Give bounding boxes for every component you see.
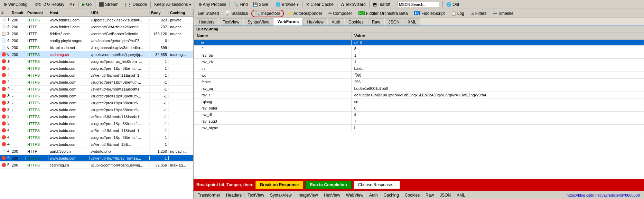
inspectors-button[interactable]: 🔍 Inspectors xyxy=(251,10,283,17)
clear-cache-button[interactable]: ✕ Clear Cache xyxy=(304,1,336,8)
autoresponder-button[interactable]: ⚡ AutoResponder xyxy=(284,10,325,17)
table-row[interactable]: rsv_btype i xyxy=(194,125,644,131)
session-row[interactable]: 🔴 52 200 HTTPS csdnimg.cn /public/common… xyxy=(0,162,193,169)
session-row[interactable]: 📄 2 200 HTTP www.fiddler2.com /content/G… xyxy=(0,23,193,30)
session-row[interactable]: 🔴 38 - HTTPS www.baidu.com /sugrec?pre=1… xyxy=(0,120,193,127)
resp-tab-xml[interactable]: XML xyxy=(454,192,468,198)
replay-button[interactable]: ↺↻ ↺↻ Replay xyxy=(32,1,66,8)
table-row[interactable]: rsv_sug3 7 xyxy=(194,118,644,125)
tearoff-button[interactable]: ⬒ Tearoff xyxy=(371,1,392,8)
session-row[interactable]: 🔴 37 - HTTPS www.baidu.com /s?ie=utf-8&m… xyxy=(0,113,193,120)
content-area: QueryString Name Value ▶ie utf-8 f xyxy=(194,26,644,179)
session-row[interactable]: 🔴 42 - HTTPS www.baidu.com /sugrec?pre=1… xyxy=(0,134,193,141)
session-row[interactable]: 📄 45 200 HTTP qurl.f.360.cn /wdinfo.php … xyxy=(0,148,193,155)
row-body: -1 xyxy=(150,87,169,91)
tab-headers[interactable]: Headers xyxy=(195,18,218,26)
resp-tab-headers[interactable]: Headers xyxy=(223,192,245,198)
status-url-link[interactable]: https://blog.csdn.net/Jay/article/id=888… xyxy=(564,193,643,197)
row-num: 🔴 34 xyxy=(0,107,10,112)
tab-syntaxview[interactable]: SyntaxView xyxy=(244,18,273,26)
param-name: rsv_dl xyxy=(194,112,352,118)
choose-response-button[interactable]: Choose Response... xyxy=(354,181,400,189)
msdn-search-input[interactable] xyxy=(398,2,439,7)
table-row[interactable]: rsv_t ec76btBd+6MBKiXLiptdNkMBdSJngxSLEb… xyxy=(194,92,644,98)
row-host: www.baidu.com xyxy=(48,156,90,160)
tab-hexview[interactable]: HexView xyxy=(303,18,327,26)
decode-button[interactable]: ⋮⋮ Decode xyxy=(121,1,149,8)
session-row[interactable]: 🔴 8 200 HTTPS csdnimg.cn /public/common/… xyxy=(0,51,193,58)
tab-auth[interactable]: Auth xyxy=(328,18,344,26)
run-to-completion-button[interactable]: Run to Completion xyxy=(305,181,351,189)
session-row[interactable]: 📄 1 200 HTTPS www.fiddler2.com /UpdateCh… xyxy=(0,17,193,23)
fiddler-orchestra-button[interactable]: FC Fiddler Orchestra Beta xyxy=(356,10,411,17)
table-row[interactable]: f 8 xyxy=(194,46,644,52)
table-row[interactable]: rsv_enter 0 xyxy=(194,105,644,112)
table-row[interactable]: rsv_dl tb xyxy=(194,112,644,118)
session-row[interactable]: 🔴 25 - HTTPS www.baidu.com /s?ie=utf-8&m… xyxy=(0,72,193,79)
textwizard-button[interactable]: A TextWizard xyxy=(339,1,368,8)
log-button[interactable]: 📋 Log xyxy=(448,10,467,17)
timeline-button[interactable]: — Timeline xyxy=(490,10,516,17)
resp-tab-imageview[interactable]: ImageView xyxy=(295,192,321,198)
stream-button[interactable]: ⬛ Stream xyxy=(97,1,121,8)
table-row[interactable]: ▶ie utf-8 xyxy=(194,40,644,46)
keep-sessions-button[interactable]: Keep: All sessions ▾ xyxy=(152,1,193,8)
resp-tab-transformer[interactable]: Transformer xyxy=(195,192,223,198)
session-row[interactable]: 🔴 41 - HTTPS www.baidu.com /s?ie=utf-8&m… xyxy=(0,127,193,134)
session-row[interactable]: 🔴 30 - HTTPS www.baidu.com /sugrec?pre=1… xyxy=(0,93,193,100)
resp-tab-cookies[interactable]: Cookies xyxy=(402,192,423,198)
browse-button[interactable]: 🌐 Browse ▾ xyxy=(273,1,301,8)
session-row[interactable]: 🔴 21 - HTTPS www.baidu.com /sugrec?pre=1… xyxy=(0,65,193,72)
session-row[interactable]: 🔴 10 - HTTPS www.baidu.com /sugrec?prod=… xyxy=(0,58,193,65)
remove-button[interactable]: ✕▾ xyxy=(67,1,77,8)
session-row[interactable]: 🔴 44 - HTTPS www.baidu.com /s?ie=utf-8&m… xyxy=(0,141,193,148)
session-row[interactable]: 🔴 26 - HTTPS www.baidu.com /sugrec?pre=1… xyxy=(0,79,193,86)
session-row[interactable]: 🔴 33 - HTTPS www.baidu.com /sugrec?pre=1… xyxy=(0,100,193,106)
session-row[interactable]: 📋 3 200 HTTP fiddler2.com /content/GetBa… xyxy=(0,30,193,37)
param-name: fenlei xyxy=(194,79,352,85)
winconfig-button[interactable]: ⚙ WinConfig xyxy=(1,1,29,8)
table-row[interactable]: fenlei 256 xyxy=(194,79,644,85)
session-row[interactable]: 📄 4 200 HTTP config.pinyin.sogou... /api… xyxy=(0,37,193,44)
session-row[interactable]: 📄 6 200 HTTPS bizapi.csdn.net /blog-cons… xyxy=(0,44,193,51)
find-button[interactable]: 🔍 Find xyxy=(231,1,250,8)
filters-button[interactable]: ☑ Filters xyxy=(468,10,489,17)
table-row[interactable]: rqlang cn xyxy=(194,98,644,105)
fiddlerscript-button[interactable]: FS FiddlerScript xyxy=(411,10,448,17)
table-row[interactable]: rsv_bp 1 xyxy=(194,52,644,59)
row-url: /sugrec?pre=1&p=3&ie=utf-... xyxy=(90,94,150,98)
table-row[interactable]: tn baidu xyxy=(194,65,644,72)
get-started-button[interactable]: Get Started xyxy=(195,10,222,17)
tab-xml[interactable]: XML xyxy=(404,18,420,26)
statistics-button[interactable]: 📊 Statistics xyxy=(222,10,251,17)
resp-tab-raw[interactable]: Raw xyxy=(423,192,437,198)
tab-webforms[interactable]: WebForms xyxy=(274,18,303,26)
resp-tab-json[interactable]: JSON xyxy=(437,192,454,198)
resp-tab-syntaxview[interactable]: SyntaxView xyxy=(267,192,295,198)
composer-button[interactable]: ✏ Composer xyxy=(326,10,355,17)
session-row[interactable]: 🔴 34 - HTTPS www.baidu.com /sugrec?pre=1… xyxy=(0,106,193,113)
table-row[interactable]: rsv_idx 1 xyxy=(194,59,644,65)
session-row[interactable]: 🔴 29 - HTTPS www.baidu.com /s?ie=utf-8&m… xyxy=(0,86,193,93)
online-button[interactable]: 🌐 Onl xyxy=(444,1,461,8)
resp-tab-auth[interactable]: Auth xyxy=(366,192,381,198)
session-row[interactable]: 🔴 50 200 HTTPS www.baidu.com /s?ie=utf-8… xyxy=(0,155,193,162)
tab-textview[interactable]: TextView xyxy=(219,18,243,26)
break-on-response-button[interactable]: Break on Response xyxy=(255,181,303,189)
tab-json[interactable]: JSON xyxy=(385,18,403,26)
save-button[interactable]: 💾 Save xyxy=(251,1,270,8)
table-row[interactable]: wd 你好 xyxy=(194,72,644,79)
resp-tab-hexview[interactable]: HexView xyxy=(321,192,343,198)
msdn-search-button[interactable] xyxy=(395,1,441,8)
row-url: /s?ie=utf-8&mod=18&... xyxy=(90,142,150,146)
resp-tab-caching[interactable]: Caching xyxy=(381,192,402,198)
table-row[interactable]: rsv_pq bdd5e1e9001d7bb0 xyxy=(194,85,644,92)
resp-tab-webview[interactable]: WebView xyxy=(343,192,366,198)
any-process-button[interactable]: ⊕ Any Process xyxy=(196,1,228,8)
tab-raw[interactable]: Raw xyxy=(368,18,384,26)
tab-cookies[interactable]: Cookies xyxy=(345,18,367,26)
row-host: www.baidu.com xyxy=(48,59,90,64)
go-button[interactable]: ▶ Go xyxy=(80,1,94,8)
inspector-toolbar: Get Started 📊 Statistics 🔍 Inspectors ⚡ … xyxy=(194,9,644,18)
resp-tab-textview[interactable]: TextView xyxy=(245,192,267,198)
